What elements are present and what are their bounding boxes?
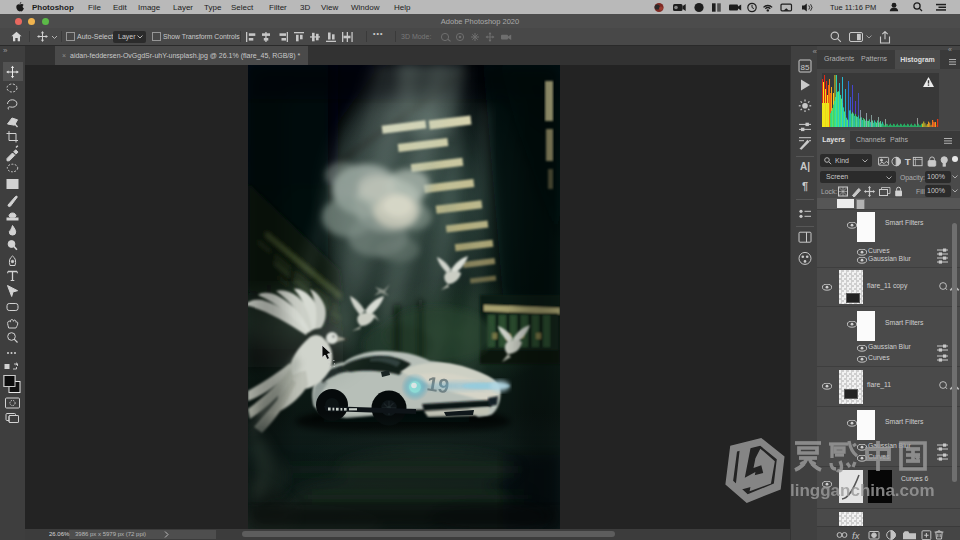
svg-text:85: 85 — [801, 63, 810, 72]
svg-text:T: T — [905, 156, 911, 167]
svg-text:A|: A| — [800, 161, 810, 172]
svg-text:fx: fx — [852, 530, 861, 540]
svg-text:¶: ¶ — [802, 180, 808, 192]
